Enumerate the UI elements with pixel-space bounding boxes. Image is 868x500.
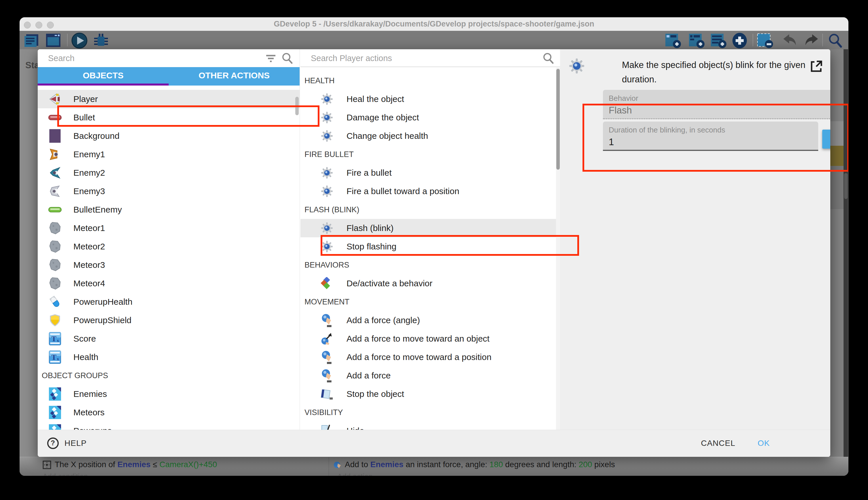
action-item-add-a-force[interactable]: Add a force (301, 366, 560, 385)
action-item-fire-a-bullet-toward-a-position[interactable]: Fire a bullet toward a position (301, 182, 560, 201)
gear-icon (320, 166, 333, 180)
help-button[interactable]: ? HELP (47, 437, 86, 450)
background-events-panel-right (830, 49, 848, 457)
action-item-stop-flashing[interactable]: Stop flashing (301, 237, 560, 256)
action-item-de-activate-a-behavior[interactable]: De/activate a behavior (301, 274, 560, 293)
object-item-background[interactable]: Background (38, 127, 300, 145)
action-item-flash-blink-[interactable]: Flash (blink) (301, 219, 560, 237)
force-action-icon (333, 461, 342, 470)
objects-scrollbar-thumb[interactable] (295, 97, 299, 115)
add-action-link[interactable]: Add action (337, 472, 373, 476)
objects-panel: OBJECTS OTHER ACTIONS PlayerBulletBackgr… (38, 49, 300, 430)
undo-icon[interactable] (782, 33, 799, 49)
list-item-label: Change object health (347, 131, 428, 141)
action-item-heal-the-object[interactable]: Heal the object (301, 90, 560, 108)
tab-other-actions[interactable]: OTHER ACTIONS (169, 67, 300, 86)
redo-icon[interactable] (802, 33, 820, 49)
group-item-powerups[interactable]: Powerups (38, 422, 300, 430)
action-item-damage-the-object[interactable]: Damage the object (301, 108, 560, 127)
add-circle-icon[interactable] (731, 33, 748, 50)
list-item-label: Enemy2 (73, 168, 105, 178)
object-item-meteor1[interactable]: Meteor1 (38, 219, 300, 237)
main-toolbar (20, 31, 848, 49)
action-item-hide[interactable]: Hide (301, 422, 560, 430)
list-item-label: Score (73, 334, 96, 344)
force-hand-icon (320, 368, 333, 383)
filter-icon[interactable] (265, 53, 277, 65)
force-hand-icon (320, 350, 333, 364)
open-help-external-icon[interactable] (809, 60, 823, 75)
action-section-header: HEALTH (301, 71, 560, 90)
title-bar: GDevelop 5 - /Users/dkarakay/Documents/G… (20, 17, 848, 31)
object-item-health[interactable]: TxHealth (38, 348, 300, 366)
action-section-header: MOVEMENT (301, 293, 560, 311)
events-sheet-row: The X position of Enemies ≤ CameraX()+45… (20, 457, 848, 476)
list-item-label: Meteor3 (73, 260, 105, 270)
object-item-meteor3[interactable]: Meteor3 (38, 256, 300, 274)
shield-icon (48, 312, 62, 328)
duration-field[interactable]: Duration of the blinking, in seconds 1 (603, 122, 818, 151)
list-item-label: Enemies (73, 389, 107, 399)
add-layer-icon[interactable] (689, 33, 706, 50)
object-item-meteor2[interactable]: Meteor2 (38, 237, 300, 256)
object-group-icon (48, 423, 62, 430)
remove-instance-icon[interactable] (757, 33, 774, 50)
selected-tab-indicator (38, 83, 169, 86)
add-event-icon[interactable] (710, 33, 728, 50)
event-action-text[interactable]: Add to Enemies an instant force, angle: … (345, 460, 615, 469)
action-item-add-a-force-to-move-toward-a-position[interactable]: Add a force to move toward a position (301, 348, 560, 366)
objects-list: PlayerBulletBackgroundEnemy1Enemy2Enemy3… (38, 90, 300, 430)
object-item-player[interactable]: Player (38, 90, 300, 108)
object-item-score[interactable]: TxScore (38, 329, 300, 348)
action-item-stop-the-object[interactable]: Stop the object (301, 385, 560, 403)
object-item-poweruphealth[interactable]: PowerupHealth (38, 293, 300, 311)
actions-list: HEALTHHeal the objectDamage the objectCh… (301, 71, 560, 430)
action-section-header: FLASH (BLINK) (301, 201, 560, 219)
svg-text:x: x (57, 338, 59, 343)
action-item-add-a-force-to-move-toward-an-object[interactable]: Add a force to move toward an object (301, 329, 560, 348)
toolbar-separator (822, 34, 823, 46)
list-item-label: Stop the object (347, 389, 404, 399)
ok-button[interactable]: OK (758, 439, 770, 448)
add-condition-link[interactable]: Add condition (43, 472, 88, 476)
debug-icon[interactable] (92, 33, 110, 50)
toolbar-separator (753, 34, 753, 46)
list-item-label: Meteor4 (73, 279, 105, 288)
objects-search-row (38, 49, 300, 67)
action-item-fire-a-bullet[interactable]: Fire a bullet (301, 163, 560, 182)
object-item-enemy3[interactable]: Enemy3 (38, 182, 300, 201)
actions-scrollbar-thumb[interactable] (556, 69, 560, 170)
svg-text:T: T (51, 335, 56, 343)
tab-objects[interactable]: OBJECTS (38, 67, 169, 86)
add-object-icon[interactable] (665, 33, 682, 50)
object-item-powerupshield[interactable]: PowerupShield (38, 311, 300, 329)
force-arrow-icon (320, 331, 333, 346)
object-item-enemy1[interactable]: Enemy1 (38, 145, 300, 163)
list-item-label: Background (73, 131, 119, 141)
scene-editor-icon[interactable] (46, 33, 62, 49)
object-group-icon (48, 405, 62, 421)
list-item-label: Enemy3 (73, 186, 105, 196)
object-item-meteor4[interactable]: Meteor4 (38, 274, 300, 293)
gear-icon (569, 58, 584, 75)
object-item-bullet[interactable]: Bullet (38, 108, 300, 127)
list-item-label: Stop flashing (347, 242, 396, 251)
cancel-button[interactable]: CANCEL (701, 439, 735, 448)
object-item-enemy2[interactable]: Enemy2 (38, 163, 300, 182)
expression-editor-button[interactable]: Σ 123 (822, 129, 830, 149)
group-item-meteors[interactable]: Meteors (38, 403, 300, 422)
play-icon[interactable] (71, 33, 88, 50)
action-item-change-object-health[interactable]: Change object health (301, 127, 560, 145)
instruction-editor-dialog: OBJECTS OTHER ACTIONS PlayerBulletBackgr… (38, 49, 830, 457)
actions-search-input[interactable] (310, 52, 517, 65)
object-item-bulletenemy[interactable]: BulletEnemy (38, 201, 300, 219)
event-condition-text[interactable]: The X position of Enemies ≤ CameraX()+45… (55, 460, 217, 469)
group-item-enemies[interactable]: Enemies (38, 385, 300, 403)
events-sheet-icon[interactable] (24, 33, 42, 49)
objects-search-input[interactable] (47, 52, 255, 65)
behavior-icon (320, 276, 333, 291)
action-item-add-a-force-angle-[interactable]: Add a force (angle) (301, 311, 560, 329)
svg-text:?: ? (51, 439, 55, 447)
duration-field-value[interactable]: 1 (609, 137, 614, 147)
search-icon[interactable] (827, 33, 843, 50)
